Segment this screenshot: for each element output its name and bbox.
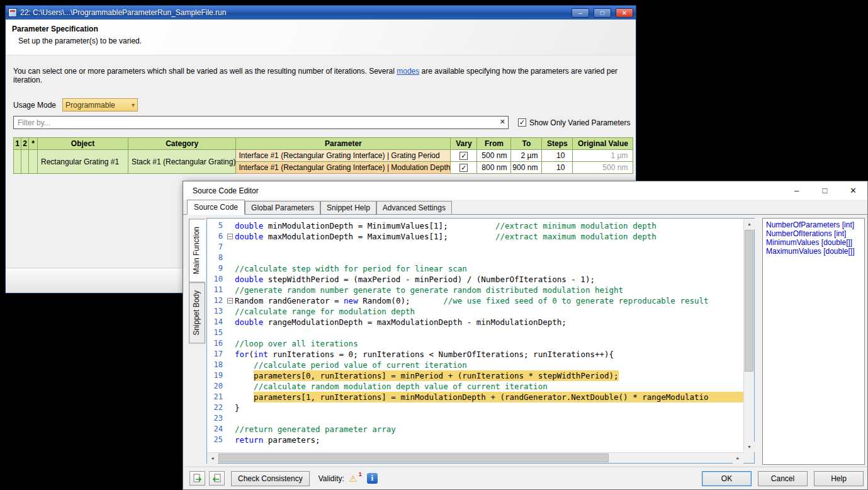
- window-titlebar[interactable]: 22: C:\Users\...\ProgrammableParameterRu…: [6, 6, 636, 20]
- column-header-from[interactable]: From: [477, 138, 511, 150]
- code-line: 17for(int runIterations = 0; runIteratio…: [207, 349, 743, 360]
- editor-tab-bar: Source Code Global Parameters Snippet He…: [183, 200, 867, 215]
- to-cell[interactable]: 900 nm: [511, 162, 542, 174]
- maximize-button[interactable]: □: [594, 8, 611, 18]
- export-code-icon: [212, 474, 222, 483]
- fold-gutter: [226, 263, 235, 274]
- editor-title: Source Code Editor: [193, 186, 782, 195]
- global-variable-item[interactable]: MinimumValues [double[]]: [766, 238, 861, 247]
- scroll-right-icon[interactable]: ►: [733, 453, 743, 464]
- vertical-scroll-thumb[interactable]: [745, 230, 753, 372]
- horizontal-scroll-thumb[interactable]: [218, 453, 609, 462]
- code-text: //return generated parameter array: [235, 424, 743, 435]
- steps-cell[interactable]: 10: [542, 150, 573, 162]
- fold-gutter: [226, 413, 235, 424]
- close-button[interactable]: ✕: [616, 8, 633, 18]
- editor-titlebar[interactable]: Source Code Editor – □ ✕: [183, 181, 867, 200]
- warning-icon[interactable]: ⚠1: [349, 474, 361, 484]
- scroll-down-icon[interactable]: ▼: [744, 442, 755, 452]
- code-line: 6–double maxModulationDepth = MaximumVal…: [207, 231, 743, 242]
- modes-link[interactable]: modes: [397, 67, 419, 76]
- code-editor[interactable]: 5double minModulationDepth = MinimumValu…: [206, 218, 755, 464]
- line-number: 15: [207, 328, 226, 338]
- vertical-scrollbar[interactable]: ▲ ▼: [743, 219, 754, 452]
- description-pre: You can select one or more parameters wh…: [13, 67, 397, 76]
- scroll-left-icon[interactable]: ◄: [207, 453, 218, 464]
- ok-button[interactable]: OK: [702, 471, 752, 486]
- usage-mode-label: Usage Mode: [13, 101, 56, 110]
- column-header-2[interactable]: 2: [21, 138, 29, 150]
- code-text: double stepWidthPeriod = (maxPeriod - mi…: [235, 274, 743, 285]
- code-text: [235, 242, 743, 253]
- column-header-steps[interactable]: Steps: [542, 138, 573, 150]
- code-text: parameters[0, runIterations] = minPeriod…: [235, 370, 743, 381]
- code-line: 25return parameters;: [207, 435, 743, 445]
- tab-advanced-settings[interactable]: Advanced Settings: [376, 201, 452, 214]
- fold-gutter: [226, 381, 235, 392]
- column-header-object[interactable]: Object: [38, 138, 128, 150]
- column-header-parameter[interactable]: Parameter: [236, 138, 451, 150]
- side-tab-snippet-body[interactable]: Snippet Body: [189, 282, 205, 343]
- check-consistency-button[interactable]: Check Consistency: [231, 471, 310, 486]
- scroll-up-icon[interactable]: ▲: [744, 219, 755, 229]
- column-header-1[interactable]: 1: [14, 138, 21, 150]
- editor-maximize-button[interactable]: □: [811, 181, 839, 200]
- steps-cell[interactable]: 10: [542, 162, 573, 174]
- cancel-button[interactable]: Cancel: [758, 471, 808, 486]
- global-variable-item[interactable]: MaximumValues [double[]]: [766, 247, 861, 256]
- page-title: Parameter Specification: [12, 25, 629, 33]
- row-handle-2[interactable]: [21, 150, 29, 174]
- help-button[interactable]: Help: [814, 471, 864, 486]
- from-cell[interactable]: 800 nm: [477, 162, 511, 174]
- info-icon[interactable]: i: [367, 473, 378, 484]
- dialog-header: Parameter Specification Set up the param…: [6, 20, 636, 55]
- fold-gutter: [226, 285, 235, 295]
- parameter-cell: Interface #1 (Rectangular Grating Interf…: [236, 150, 451, 162]
- column-header-to[interactable]: To: [511, 138, 542, 150]
- global-variable-item[interactable]: NumberOfParameters [int]: [766, 220, 861, 229]
- filter-input[interactable]: [13, 116, 509, 129]
- column-header-vary[interactable]: Vary: [451, 138, 477, 150]
- column-header-original[interactable]: Original Value: [573, 138, 633, 150]
- import-code-button[interactable]: [189, 471, 205, 486]
- code-line: 7: [207, 242, 743, 253]
- vary-checkbox[interactable]: ✓: [459, 152, 468, 160]
- tab-global-parameters[interactable]: Global Parameters: [245, 201, 320, 214]
- table-row[interactable]: Rectangular Grating #1 Stack #1 (Rectang…: [14, 150, 633, 162]
- line-number: 19: [207, 370, 226, 381]
- usage-mode-select[interactable]: Programmable ▾: [62, 98, 138, 111]
- row-handle-1[interactable]: [14, 150, 21, 174]
- code-line: 19 parameters[0, runIterations] = minPer…: [207, 370, 743, 381]
- code-line: 8: [207, 253, 743, 263]
- fold-collapse-icon[interactable]: –: [227, 234, 233, 239]
- description: You can select one or more parameters wh…: [13, 67, 626, 84]
- line-number: 20: [207, 381, 226, 392]
- show-only-varied-checkbox[interactable]: ✓: [518, 118, 526, 127]
- to-cell[interactable]: 2 µm: [511, 150, 542, 162]
- editor-footer: Check Consistency Validity: ⚠1 i OK Canc…: [183, 467, 867, 489]
- vary-checkbox[interactable]: ✓: [459, 164, 468, 172]
- fold-gutter: [226, 402, 235, 413]
- horizontal-scrollbar[interactable]: ◄ ►: [207, 452, 743, 463]
- tab-snippet-help[interactable]: Snippet Help: [320, 201, 376, 214]
- editor-close-button[interactable]: ✕: [839, 181, 867, 200]
- export-code-button[interactable]: [209, 471, 225, 486]
- minimize-button[interactable]: –: [572, 8, 589, 18]
- desktop: 22: C:\Users\...\ProgrammableParameterRu…: [0, 0, 868, 490]
- line-number: 6: [207, 231, 226, 242]
- column-header-star[interactable]: *: [29, 138, 38, 150]
- editor-content: Main Function Snippet Body 5double minMo…: [183, 215, 867, 467]
- column-header-category[interactable]: Category: [128, 138, 236, 150]
- editor-minimize-button[interactable]: –: [782, 181, 811, 200]
- row-handle-3[interactable]: [29, 150, 38, 174]
- side-tab-main-function[interactable]: Main Function: [189, 219, 205, 282]
- fold-collapse-icon[interactable]: –: [227, 298, 233, 304]
- global-variable-item[interactable]: NumberOfIterations [int]: [766, 229, 861, 238]
- code-area[interactable]: 5double minModulationDepth = MinimumValu…: [207, 219, 743, 452]
- clear-filter-icon[interactable]: ✕: [500, 118, 505, 126]
- page-subtitle: Set up the parameter(s) to be varied.: [18, 37, 629, 45]
- tab-source-code[interactable]: Source Code: [187, 200, 245, 215]
- from-cell[interactable]: 500 nm: [477, 150, 511, 162]
- code-text: parameters[1, runIterations] = minModula…: [235, 392, 743, 402]
- line-number: 10: [207, 274, 226, 285]
